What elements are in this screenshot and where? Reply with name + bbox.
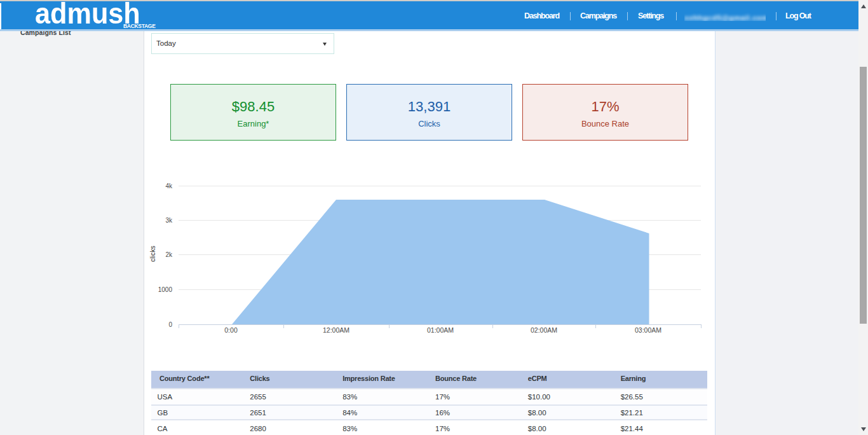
svg-text:1000: 1000 xyxy=(158,286,173,293)
svg-text:0:00: 0:00 xyxy=(224,326,238,334)
svg-text:clicks: clicks xyxy=(149,245,156,262)
svg-text:0: 0 xyxy=(168,321,172,328)
svg-text:3k: 3k xyxy=(165,217,173,224)
svg-text:01:00AM: 01:00AM xyxy=(427,326,454,334)
svg-text:03:00AM: 03:00AM xyxy=(635,326,661,334)
svg-text:12:00AM: 12:00AM xyxy=(323,326,349,334)
svg-text:4k: 4k xyxy=(165,183,173,190)
svg-text:2k: 2k xyxy=(165,251,173,258)
svg-text:02:00AM: 02:00AM xyxy=(531,326,557,334)
